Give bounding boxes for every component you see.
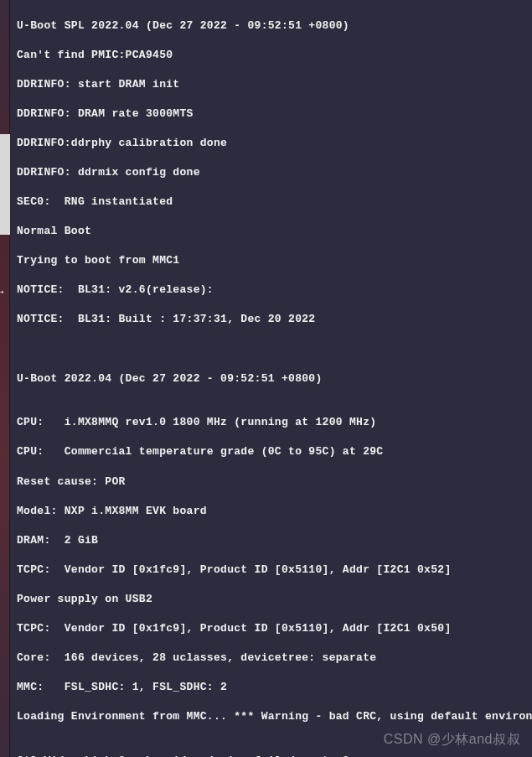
terminal-output[interactable]: U-Boot SPL 2022.04 (Dec 27 2022 - 09:52:… <box>12 0 532 757</box>
terminal-line: U-Boot SPL 2022.04 (Dec 27 2022 - 09:52:… <box>17 18 527 34</box>
terminal-line: Can't find PMIC:PCA9450 <box>17 48 527 63</box>
terminal-line: Loading Environment from MMC... *** Warn… <box>17 709 527 724</box>
terminal-line: Core: 166 devices, 28 uclasses, devicetr… <box>17 651 527 666</box>
terminal-line: TCPC: Vendor ID [0x1fc9], Product ID [0x… <box>17 621 527 636</box>
terminal-line: CPU: i.MX8MMQ rev1.0 1800 MHz (running a… <box>17 415 527 430</box>
watermark-text: CSDN @少林and叔叔 <box>384 731 520 749</box>
terminal-line: Model: NXP i.MX8MM EVK board <box>17 504 527 519</box>
terminal-line: NOTICE: BL31: Built : 17:37:31, Dec 20 2… <box>17 312 527 327</box>
terminal-line: Normal Boot <box>17 224 527 239</box>
terminal-line: NOTICE: BL31: v2.6(release): <box>17 283 527 298</box>
resize-handle-icon[interactable]: ↔ <box>0 285 3 298</box>
terminal-line: DRAM: 2 GiB <box>17 533 527 548</box>
terminal-line: DDRINFO: start DRAM init <box>17 77 527 92</box>
terminal-line: Power supply on USB2 <box>17 592 527 607</box>
terminal-line: [*]-Video Link 0probe video device faile… <box>17 754 527 757</box>
terminal-line: DDRINFO: ddrmix config done <box>17 165 527 180</box>
terminal-line: MMC: FSL_SDHC: 1, FSL_SDHC: 2 <box>17 680 527 695</box>
window-left-strip <box>0 0 10 757</box>
terminal-line: CPU: Commercial temperature grade (0C to… <box>17 444 527 459</box>
terminal-line: U-Boot 2022.04 (Dec 27 2022 - 09:52:51 +… <box>17 371 527 386</box>
terminal-line: TCPC: Vendor ID [0x1fc9], Product ID [0x… <box>17 563 527 578</box>
terminal-line: Reset cause: POR <box>17 474 527 490</box>
terminal-line: DDRINFO:ddrphy calibration done <box>17 136 527 151</box>
terminal-line: DDRINFO: DRAM rate 3000MTS <box>17 106 527 122</box>
terminal-line: SEC0: RNG instantiated <box>17 194 527 210</box>
terminal-line: Trying to boot from MMC1 <box>17 253 527 268</box>
